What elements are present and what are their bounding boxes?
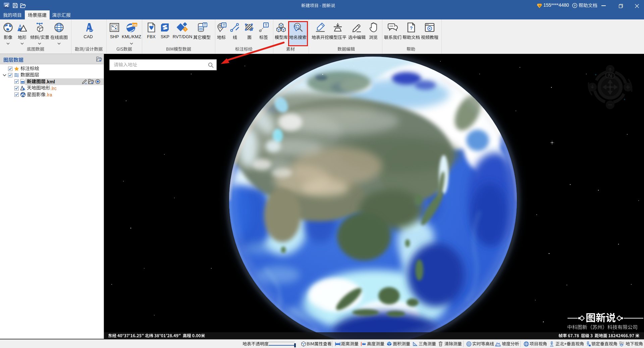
svg-text:KML: KML — [21, 81, 24, 83]
svg-text:?: ? — [184, 28, 186, 31]
svg-text:T: T — [204, 23, 206, 27]
svg-text:KML: KML — [132, 23, 138, 26]
svg-text:V: V — [539, 4, 541, 7]
svg-text:T: T — [223, 23, 225, 27]
svg-text:T: T — [265, 23, 267, 27]
svg-text:?: ? — [410, 25, 413, 31]
svg-text:?: ? — [574, 4, 576, 7]
